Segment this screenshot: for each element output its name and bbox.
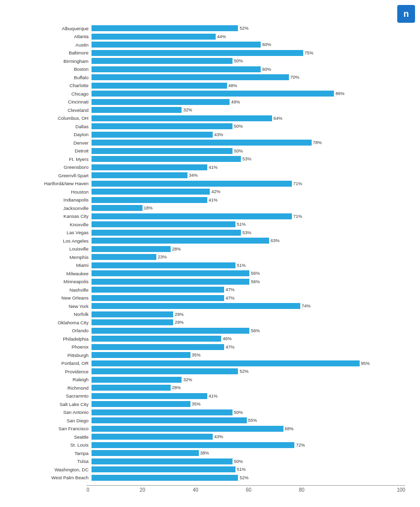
bar-container: 41% [92, 164, 405, 170]
bar-row: Baltimore75% [15, 50, 405, 56]
bar-row: Seattle43% [15, 433, 405, 440]
bar-container: 32% [92, 377, 405, 383]
city-label: St. Louis [15, 442, 92, 448]
bar [92, 213, 292, 219]
bar-value-label: 78% [313, 140, 322, 145]
bar-container: 53% [92, 230, 405, 236]
city-label: Washington, DC [15, 467, 92, 472]
bar-container: 70% [92, 74, 405, 80]
city-label: Louisville [15, 246, 92, 252]
bar-container: 42% [92, 189, 405, 195]
bar [92, 344, 224, 350]
bar-container: 47% [92, 344, 405, 350]
bar-container: 52% [92, 25, 405, 31]
bar-row: Memphis23% [15, 254, 405, 260]
bar-value-label: 23% [158, 254, 167, 259]
bar-container: 43% [92, 132, 405, 138]
bar-row: Kansas City71% [15, 213, 405, 220]
bar-value-label: 56% [251, 328, 260, 333]
bar [92, 238, 269, 244]
city-label: Richmond [15, 385, 92, 391]
bar-container: 52% [92, 368, 405, 374]
bar [92, 426, 283, 432]
nielsen-logo: n [397, 5, 415, 23]
city-label: Oklahoma City [15, 320, 92, 325]
city-label: Austin [15, 42, 92, 48]
bar [92, 254, 156, 260]
city-label: Tulsa [15, 458, 92, 464]
bar [92, 368, 238, 374]
bar-row: Providence52% [15, 368, 405, 375]
bar [92, 50, 303, 56]
bar-container: 34% [92, 172, 405, 178]
bar [92, 450, 199, 456]
bar-container: 78% [92, 140, 405, 146]
bar-row: San Francisco68% [15, 425, 405, 432]
bar [92, 385, 171, 391]
city-label: Jacksonville [15, 205, 92, 211]
bar-row: Hartford&New Haven71% [15, 180, 405, 187]
bar-row: Sacramnto41% [15, 393, 405, 400]
city-label: West Palm Beach [15, 475, 92, 480]
bar-value-label: 56% [251, 279, 260, 284]
city-label: Memphis [15, 254, 92, 260]
city-label: Denver [15, 140, 92, 146]
x-axis-tick: 100 [352, 486, 405, 493]
bar-container: 32% [92, 107, 405, 113]
bar [92, 123, 233, 129]
bar-row: Richmond28% [15, 384, 405, 391]
bar-value-label: 43% [214, 132, 223, 137]
bar-container: 18% [92, 205, 405, 211]
bar [92, 58, 233, 64]
city-label: Hartford&New Haven [15, 181, 92, 186]
bar-value-label: 28% [172, 385, 181, 390]
bar-row: Buffalo70% [15, 74, 405, 81]
bar-row: Orlando56% [15, 327, 405, 334]
bar [92, 107, 182, 113]
bar [92, 458, 233, 464]
bar-value-label: 44% [217, 34, 226, 39]
bar-row: San Diego55% [15, 417, 405, 424]
bar-container: 63% [92, 238, 405, 244]
bar-value-label: 35% [192, 353, 201, 357]
bar-container: 50% [92, 58, 405, 64]
bar-container: 29% [92, 311, 405, 317]
bar-container: 53% [92, 156, 405, 162]
bar-row: Miami51% [15, 262, 405, 269]
bar-value-label: 75% [305, 51, 314, 55]
x-axis-tick: 40 [193, 486, 246, 493]
bar-row: Cleveland32% [15, 106, 405, 113]
bar-value-label: 50% [234, 58, 243, 63]
city-label: Columbus, OH [15, 115, 92, 121]
city-label: San Antonio [15, 409, 92, 415]
bar-row: Houston42% [15, 188, 405, 195]
bar-container: 55% [92, 417, 405, 423]
bar-value-label: 50% [234, 410, 243, 415]
city-label: Sacramnto [15, 393, 92, 399]
bar [92, 270, 249, 276]
bar-value-label: 64% [274, 116, 282, 121]
bar-value-label: 68% [285, 426, 294, 431]
bar [92, 140, 312, 146]
chart-area: Albuquerque52%Atlanta44%Austin60%Baltimo… [15, 25, 405, 482]
bar-row: Milwaukee56% [15, 270, 405, 277]
bar [92, 393, 207, 399]
bar-row: Greensboro41% [15, 164, 405, 171]
x-axis-tick: 0 [87, 486, 140, 493]
bar-row: Charlotte48% [15, 82, 405, 89]
bar-value-label: 71% [293, 214, 302, 219]
bar-container: 75% [92, 50, 405, 56]
city-label: Salt Lake City [15, 402, 92, 407]
bar [92, 319, 173, 325]
bar-value-label: 72% [296, 443, 305, 448]
x-axis-tick: 20 [140, 486, 192, 493]
bar-container: 35% [92, 352, 405, 358]
bar-value-label: 35% [192, 402, 201, 406]
bar-container: 43% [92, 434, 405, 440]
bar-container: 86% [92, 91, 405, 97]
bar-container: 95% [92, 360, 405, 366]
city-label: Atlanta [15, 34, 92, 39]
bar-value-label: 63% [271, 238, 280, 243]
bar [92, 221, 235, 227]
bar-row: Norfolk29% [15, 311, 405, 318]
